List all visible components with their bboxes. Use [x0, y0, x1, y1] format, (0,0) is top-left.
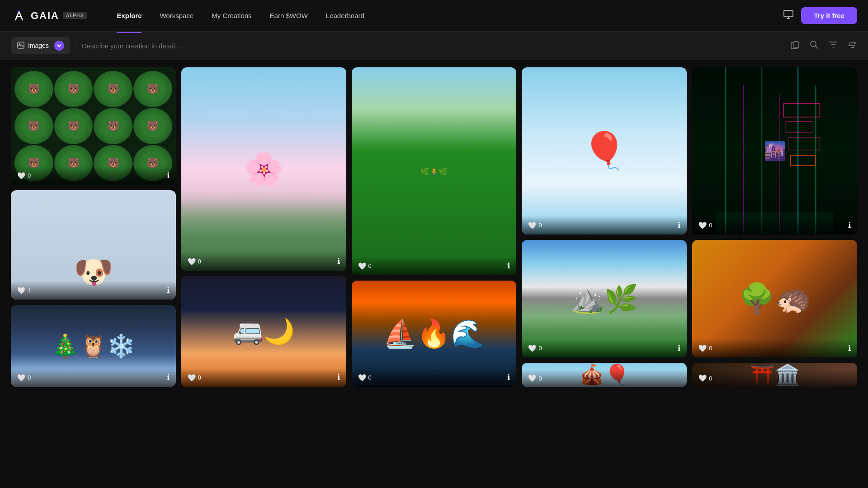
svg-point-0 — [18, 10, 20, 12]
image-type-icon — [17, 42, 24, 50]
info-icon-stairway[interactable]: ℹ — [337, 257, 340, 266]
dropdown-chevron[interactable] — [54, 41, 64, 51]
bear-face: 🐻 — [94, 71, 132, 107]
grid-item-temple-partial[interactable]: ⛩️🏛️ 🤍 0 — [692, 363, 857, 387]
item-overlay-neon-city: 🤍 0 ℹ — [692, 216, 857, 235]
heart-icon: 🤍 — [188, 374, 196, 382]
info-icon-mountain[interactable]: ℹ — [678, 343, 680, 353]
logo-area: GAIA ALPHA — [11, 8, 87, 24]
like-count: 1 — [28, 287, 31, 294]
nav-earn-wow[interactable]: Earn $WOW — [262, 8, 316, 23]
info-icon-food-truck[interactable]: ℹ — [337, 373, 340, 382]
svg-rect-16 — [786, 122, 813, 133]
info-icon-totoro-winter[interactable]: ℹ — [167, 373, 170, 382]
grid-item-mountain-meadow[interactable]: ⛰️🌿 🤍 0 ℹ — [522, 240, 687, 357]
svg-rect-1 — [784, 10, 793, 17]
like-button-totoro-winter[interactable]: 🤍 0 — [17, 374, 31, 382]
svg-point-6 — [854, 42, 856, 44]
item-overlay-mountain: 🤍 0 ℹ — [522, 339, 687, 357]
heart-icon: 🤍 — [528, 374, 537, 382]
sort-icon[interactable] — [847, 40, 857, 52]
grid-item-totoro-winter[interactable]: 🎄🦉❄️ 🤍 0 ℹ — [11, 305, 176, 387]
like-count: 0 — [709, 375, 712, 382]
search-divider — [76, 38, 76, 53]
like-button-neon-city[interactable]: 🤍 0 — [698, 221, 712, 230]
paste-icon[interactable] — [790, 40, 800, 52]
header-right: Try it free — [783, 7, 857, 24]
bear-face: 🐻 — [94, 108, 132, 144]
search-input[interactable] — [82, 42, 785, 50]
svg-point-5 — [811, 41, 816, 47]
info-icon-puppy[interactable]: ℹ — [167, 286, 170, 295]
grid-item-green-bears[interactable]: 🐻 🐻 🐻 🐻 🐻 🐻 🐻 🐻 🐻 🐻 🐻 🐻 — [11, 67, 176, 185]
like-button-green-bears[interactable]: 🤍 0 — [17, 172, 31, 180]
like-button-pirate-ship[interactable]: 🤍 0 — [358, 374, 372, 382]
grid-item-food-truck[interactable]: 🚐🌙 🤍 0 ℹ — [181, 276, 346, 387]
grid-item-totoro-autumn[interactable]: 🌳🦔 🤍 0 ℹ — [692, 240, 857, 357]
heart-icon: 🤍 — [698, 221, 707, 230]
like-button-temple[interactable]: 🤍 0 — [698, 374, 712, 382]
grid-item-neon-city[interactable]: 🌆 🤍 0 ℹ — [692, 67, 857, 235]
info-icon-neon-city[interactable]: ℹ — [848, 221, 851, 230]
info-icon-totoro-autumn[interactable]: ℹ — [848, 343, 851, 353]
svg-rect-18 — [791, 155, 816, 165]
grid-item-balloons-partial[interactable]: 🎪🎈 🤍 0 — [522, 363, 687, 387]
like-count: 0 — [709, 222, 712, 229]
like-count: 0 — [538, 345, 542, 352]
like-button-puppy[interactable]: 🤍 1 — [17, 286, 31, 295]
heart-icon: 🤍 — [17, 374, 26, 382]
like-button-stairway[interactable]: 🤍 0 — [188, 258, 201, 266]
like-button-balloon[interactable]: 🤍 0 — [528, 221, 542, 230]
info-icon-green-bears[interactable]: ℹ — [167, 171, 170, 180]
heart-icon: 🤍 — [698, 344, 707, 352]
bear-face: 🐻 — [54, 71, 93, 107]
item-overlay-food-truck: 🤍 0 ℹ — [181, 368, 346, 387]
heart-icon: 🤍 — [528, 344, 537, 352]
heart-icon: 🤍 — [17, 172, 26, 180]
item-overlay-green-bears: 🤍 0 ℹ — [11, 166, 176, 185]
like-count: 0 — [709, 345, 712, 352]
like-count: 0 — [368, 374, 372, 381]
grid-item-balloon[interactable]: 🎈 🤍 0 ℹ — [522, 67, 687, 235]
info-icon-balloon[interactable]: ℹ — [678, 221, 680, 230]
nav-leaderboard[interactable]: Leaderboard — [318, 8, 373, 23]
svg-rect-15 — [784, 103, 820, 117]
grid-item-pirate-ship[interactable]: ⛵🔥🌊 🤍 0 ℹ — [352, 281, 517, 387]
like-count: 0 — [28, 172, 31, 179]
search-icon[interactable] — [809, 40, 819, 52]
info-icon-lily-field[interactable]: ℹ — [507, 261, 510, 271]
filter-icon[interactable] — [828, 40, 838, 52]
nav-workspace[interactable]: Workspace — [151, 8, 202, 23]
bear-face: 🐻 — [133, 71, 172, 107]
grid-item-stairway[interactable]: 🌸 🤍 0 ℹ — [181, 67, 346, 271]
svg-point-8 — [853, 47, 854, 48]
grid-item-puppy[interactable]: 🐶 🤍 1 ℹ — [11, 190, 176, 300]
like-count: 0 — [198, 258, 201, 265]
like-count: 0 — [198, 374, 201, 381]
item-overlay-balloons-partial: 🤍 0 — [522, 370, 687, 387]
logo-icon — [11, 8, 27, 24]
image-type-selector[interactable]: Images — [11, 37, 71, 54]
nav-explore[interactable]: Explore — [108, 8, 150, 23]
search-bar: Images — [0, 32, 868, 60]
alpha-badge: ALPHA — [63, 12, 87, 19]
nav-my-creations[interactable]: My Creations — [203, 8, 259, 23]
svg-rect-17 — [788, 137, 820, 150]
info-icon-pirate-ship[interactable]: ℹ — [507, 373, 510, 382]
logo-text: GAIA — [31, 10, 59, 22]
grid-item-lily-field[interactable]: 🌿🧍🌿 🤍 0 ℹ — [352, 67, 517, 275]
heart-icon: 🤍 — [358, 262, 367, 270]
like-button-balloons-partial[interactable]: 🤍 0 — [528, 374, 542, 382]
like-button-totoro-autumn[interactable]: 🤍 0 — [698, 344, 712, 352]
try-free-button[interactable]: Try it free — [801, 7, 857, 24]
like-button-lily-field[interactable]: 🤍 0 — [358, 262, 372, 270]
item-overlay-lily-field: 🤍 0 ℹ — [352, 257, 517, 275]
heart-icon: 🤍 — [17, 286, 26, 295]
heart-icon: 🤍 — [188, 258, 196, 266]
like-button-mountain[interactable]: 🤍 0 — [528, 344, 542, 352]
svg-rect-11 — [761, 67, 763, 235]
heart-icon: 🤍 — [358, 374, 367, 382]
like-button-food-truck[interactable]: 🤍 0 — [188, 374, 201, 382]
heart-icon: 🤍 — [698, 374, 707, 382]
monitor-icon[interactable] — [783, 9, 794, 22]
